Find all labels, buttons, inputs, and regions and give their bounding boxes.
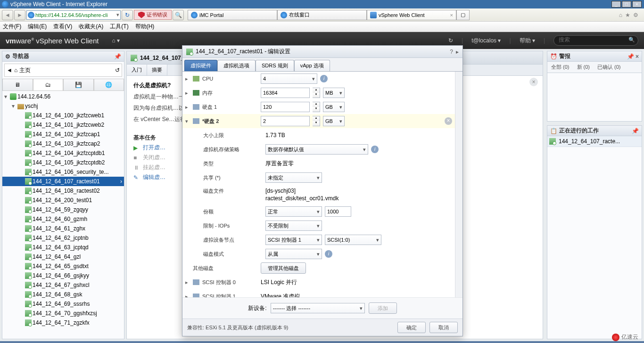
refresh-button[interactable]: ↻	[122, 10, 133, 20]
tree-item[interactable]: 144_12_64_62_jcptnb	[2, 233, 124, 243]
tab-vm-options[interactable]: 虚拟机选项	[217, 60, 256, 71]
new-device-select[interactable]: ------- 选择 -------	[271, 303, 365, 313]
address-bar[interactable]: https://144.12.64.56/vsphere-cli ▾	[26, 10, 121, 20]
tab-online[interactable]: 在线窗口	[277, 10, 367, 20]
tree-item[interactable]: 144_12_64_61_zghx	[2, 224, 124, 233]
tree-item-selected[interactable]: 144_12_64_107_ractest01›	[2, 177, 124, 186]
cert-error-badge[interactable]: 证书错误	[134, 10, 172, 20]
tree-item[interactable]: 144_12_64_69_sssrhs	[2, 299, 124, 309]
disk1-input[interactable]: 120	[261, 102, 310, 112]
tree-item[interactable]: 144_12_64_68_gsk	[2, 290, 124, 299]
info-icon[interactable]: i	[320, 75, 328, 82]
expand-icon[interactable]: ▸	[456, 49, 459, 55]
close-icon[interactable]: ×	[450, 12, 453, 18]
shares-select[interactable]: 正常	[265, 206, 322, 217]
scrollbar[interactable]	[455, 72, 462, 297]
tree-item[interactable]: 144_12_64_101_jkzfzcweb2	[2, 120, 124, 130]
limit-select[interactable]: 不受限制	[265, 220, 322, 231]
storage-tab[interactable]: 💾	[63, 79, 94, 90]
tab-getting-started[interactable]: 入门	[127, 65, 147, 75]
tab-vsphere[interactable]: vSphere Web Client×	[367, 10, 456, 20]
expand-icon[interactable]: ▸	[185, 76, 190, 82]
memory-input[interactable]: 16384	[261, 88, 310, 98]
tab-all[interactable]: 全部 (0)	[547, 62, 573, 73]
disk2-input[interactable]: 2	[261, 116, 310, 126]
pin-icon[interactable]: 📌 ×	[627, 53, 639, 60]
maximize-button[interactable]: □	[622, 1, 631, 8]
vms-tab[interactable]: 🗂	[33, 79, 64, 90]
remove-icon[interactable]: ×	[445, 117, 452, 125]
tree-item[interactable]: 144_12_64_100_jkzfzcweb1	[2, 111, 124, 120]
close-button[interactable]: ×	[632, 1, 642, 8]
menu-favorites[interactable]: 收藏夹(A)	[79, 23, 103, 31]
disk2-unit-select[interactable]: GB	[323, 116, 345, 126]
policy-select[interactable]: 数据存储默认值	[265, 144, 368, 155]
new-tab-button[interactable]: ▢	[456, 10, 470, 20]
tree-item[interactable]: ▾144.12.64.56	[2, 92, 124, 101]
expand-icon[interactable]: ▸	[185, 294, 190, 298]
tab-vapp[interactable]: vApp 选项	[294, 60, 330, 71]
inventory-tree[interactable]: ▾144.12.64.56▾yschj144_12_64_100_jkzfzcw…	[2, 91, 124, 339]
tree-item[interactable]: 144_12_64_67_gshxcl	[2, 280, 124, 290]
tree-item[interactable]: ▾yschj	[2, 101, 124, 111]
menu-help[interactable]: 帮助(H)	[135, 23, 155, 31]
info-icon[interactable]: i	[371, 146, 379, 153]
refresh-icon[interactable]: ↻	[448, 37, 453, 44]
back-icon[interactable]: ◄	[7, 67, 12, 74]
pin-icon[interactable]: 📌	[632, 128, 639, 134]
settings-icon[interactable]: ⚙	[633, 12, 638, 18]
tab-hardware[interactable]: 虚拟硬件	[184, 60, 217, 71]
tree-item[interactable]: 144_12_64_63_jcptqd	[2, 243, 124, 252]
collapse-icon[interactable]: ▾	[185, 118, 190, 124]
dialog-title-bar[interactable]: 144_12_64_107_ractest01 - 编辑设置 ?▸	[182, 46, 462, 58]
help-icon[interactable]: ?	[450, 49, 453, 55]
search-input[interactable]: 搜索	[553, 35, 638, 46]
sharing-select[interactable]: 未指定	[265, 172, 322, 183]
tree-item[interactable]: 144_12_64_71_zgzkfx	[2, 318, 124, 327]
shares-value[interactable]: 1000	[325, 206, 351, 217]
favorites-icon[interactable]: ★	[625, 12, 630, 18]
manage-other-button[interactable]: 管理其他磁盘	[261, 262, 306, 274]
tree-item[interactable]: 144_12_64_102_jkzfzcap1	[2, 130, 124, 139]
network-tab[interactable]: 🌐	[94, 79, 124, 90]
home-icon[interactable]: ⌂	[619, 12, 622, 18]
tree-item[interactable]: 144_12_64_66_gsjkyy	[2, 271, 124, 280]
tab-imc[interactable]: iMC Portal	[188, 10, 277, 20]
gear-icon[interactable]: ⚙	[5, 53, 10, 60]
info-icon[interactable]: i	[325, 250, 332, 258]
forward-button[interactable]: ►	[14, 10, 25, 20]
menu-file[interactable]: 文件(F)	[3, 23, 21, 31]
tree-item[interactable]: 144_12_64_108_ractest02	[2, 186, 124, 196]
tree-item[interactable]: 144_12_64_70_ggshfxzsj	[2, 309, 124, 318]
spinner[interactable]: ▲▼	[313, 102, 320, 112]
spinner[interactable]: ▲▼	[313, 116, 320, 126]
home-icon[interactable]: ⌂ ▾	[112, 37, 120, 44]
wip-item[interactable]: 144_12_64_107_racte...	[547, 136, 642, 147]
expand-icon[interactable]: ▸	[185, 104, 190, 110]
back-button[interactable]: ◄	[2, 10, 13, 20]
cpu-select[interactable]: 4	[261, 74, 317, 84]
help-menu[interactable]: 帮助 ▾	[520, 37, 535, 45]
toggle-icon[interactable]: ▾	[12, 103, 17, 109]
spinner[interactable]: ▲▼	[313, 88, 320, 98]
tree-item[interactable]: 144_12_64_200_test01	[2, 196, 124, 205]
tree-item[interactable]: 144_12_64_105_jkzfzcptdb2	[2, 158, 124, 167]
minimize-button[interactable]: _	[611, 1, 621, 8]
hosts-tab[interactable]: 🖥	[2, 79, 33, 90]
tab-summary[interactable]: 摘要	[147, 65, 167, 75]
tree-item[interactable]: 144_12_64_65_gsdtxt	[2, 261, 124, 271]
user-menu[interactable]: t@localos ▾	[471, 37, 501, 44]
tree-item[interactable]: 144_12_64_106_security_te...	[2, 167, 124, 177]
tree-item[interactable]: 144_12_64_59_zgqyy	[2, 205, 124, 214]
close-icon[interactable]: ×	[529, 78, 538, 86]
expand-icon[interactable]: ▸	[185, 90, 190, 96]
tree-item[interactable]: 144_12_64_64_gzl	[2, 252, 124, 261]
search-button[interactable]: 🔍	[173, 10, 184, 20]
disk1-unit-select[interactable]: GB	[323, 102, 345, 112]
tab-new[interactable]: 新 (0)	[573, 62, 594, 73]
ok-button[interactable]: 确定	[397, 322, 426, 333]
mode-select[interactable]: 从属	[265, 249, 322, 259]
menu-edit[interactable]: 编辑(E)	[28, 23, 47, 31]
cancel-button[interactable]: 取消	[429, 322, 458, 333]
tree-item[interactable]: 144_12_64_103_jkzfzcap2	[2, 139, 124, 148]
